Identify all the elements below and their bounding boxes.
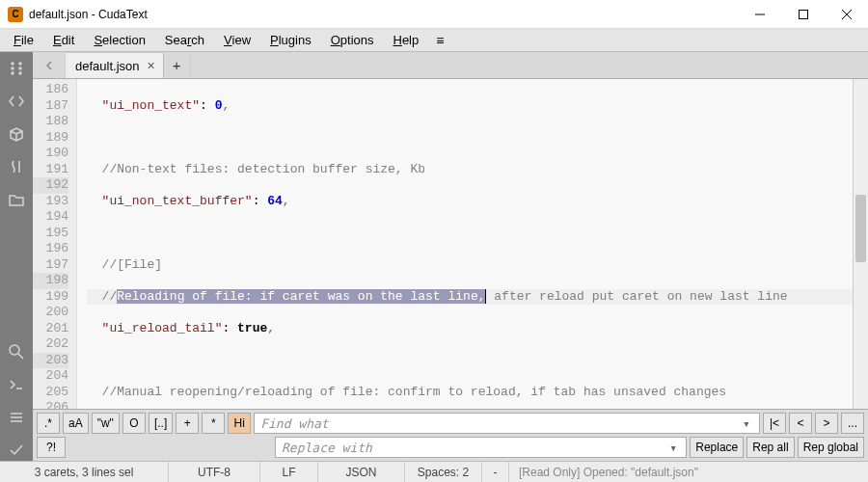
svg-rect-0 (799, 10, 807, 18)
find-insel-button[interactable]: [..] (149, 413, 173, 434)
dropdown-icon[interactable]: ▾ (740, 416, 753, 431)
menu-hamburger-icon[interactable]: ≡ (430, 31, 449, 50)
replace-all-button[interactable]: Rep all (746, 437, 794, 458)
box-icon[interactable] (6, 123, 27, 145)
app-icon: C (8, 7, 23, 22)
find-next-button[interactable]: > (815, 413, 838, 434)
status-lexer[interactable]: JSON (318, 462, 405, 482)
titlebar: C default.json - CudaText (0, 0, 868, 29)
delta-icon[interactable] (6, 156, 27, 177)
status-spaces[interactable]: Spaces: 2 (405, 462, 482, 482)
scrollbar-thumb[interactable] (855, 195, 866, 262)
status-carets[interactable]: 3 carets, 3 lines sel (0, 462, 169, 482)
svg-point-7 (10, 345, 19, 355)
replace-button[interactable]: Replace (690, 437, 744, 458)
tab-close-icon[interactable]: × (148, 58, 155, 73)
status-encoding[interactable]: UTF-8 (169, 462, 260, 482)
tab-prev-icon[interactable] (33, 52, 66, 78)
line-gutter: 186187188 189190191 192193194 195196197 … (33, 79, 77, 409)
status-dash: - (482, 462, 509, 482)
find-word-button[interactable]: "w" (92, 413, 120, 434)
list-icon[interactable] (6, 407, 27, 428)
find-more-button[interactable]: ... (841, 413, 864, 434)
console-icon[interactable] (6, 374, 27, 395)
tab-bar: default.json × + (33, 52, 868, 79)
menu-help[interactable]: Help (384, 31, 429, 49)
window-title: default.json - CudaText (29, 8, 738, 21)
statusbar: 3 carets, 3 lines sel UTF-8 LF JSON Spac… (0, 461, 868, 482)
maximize-button[interactable] (781, 0, 825, 29)
find-wrap-button[interactable]: O (122, 413, 146, 434)
svg-point-6 (19, 72, 21, 74)
svg-point-2 (19, 63, 21, 65)
find-input[interactable]: Find what ▾ (254, 413, 760, 434)
replace-global-button[interactable]: Rep global (798, 437, 864, 458)
svg-point-4 (19, 67, 21, 69)
find-first-button[interactable]: |< (763, 413, 786, 434)
dropdown-icon[interactable]: ▾ (666, 441, 680, 455)
replace-placeholder: Replace with (282, 441, 372, 455)
code-icon[interactable] (6, 91, 27, 112)
sidebar (0, 52, 33, 461)
minimize-button[interactable] (738, 0, 781, 29)
menu-selection[interactable]: Selection (84, 31, 154, 49)
status-message: [Read Only] Opened: "default.json" (509, 462, 868, 482)
replace-input[interactable]: Replace with ▾ (275, 437, 687, 458)
find-help-button[interactable]: ?! (37, 437, 66, 458)
svg-point-1 (12, 63, 14, 65)
code-editor[interactable]: "ui_non_text": 0, //Non-text files: dete… (77, 79, 853, 409)
svg-point-3 (12, 67, 14, 69)
tab-add-button[interactable]: + (164, 52, 191, 78)
find-prev-button[interactable]: < (789, 413, 812, 434)
find-case-button[interactable]: aA (63, 413, 89, 434)
check-icon[interactable] (6, 440, 27, 461)
folder-icon[interactable] (6, 189, 27, 210)
menubar: File Edit Selection Search View Plugins … (0, 29, 868, 52)
find-highlight-button[interactable]: Hi (228, 413, 251, 434)
find-star-button[interactable]: * (202, 413, 225, 434)
menu-options[interactable]: Options (321, 31, 384, 49)
find-placeholder: Find what (260, 416, 328, 431)
svg-point-5 (12, 72, 14, 74)
vertical-scrollbar[interactable] (853, 79, 868, 409)
menu-view[interactable]: View (214, 31, 260, 49)
tab-default-json[interactable]: default.json × (66, 52, 164, 78)
search-icon[interactable] (6, 341, 27, 362)
find-replace-panel: .* aA "w" O [..] + * Hi Find what ▾ |< <… (33, 409, 868, 461)
drag-handle-icon[interactable] (6, 58, 27, 79)
status-lineend[interactable]: LF (260, 462, 318, 482)
menu-search[interactable]: Search (155, 31, 214, 49)
find-regex-button[interactable]: .* (37, 413, 60, 434)
close-button[interactable] (825, 0, 868, 29)
tab-label: default.json (75, 59, 140, 73)
find-plus-button[interactable]: + (176, 413, 199, 434)
menu-edit[interactable]: Edit (43, 31, 84, 49)
menu-file[interactable]: File (4, 31, 43, 49)
menu-plugins[interactable]: Plugins (260, 31, 321, 49)
